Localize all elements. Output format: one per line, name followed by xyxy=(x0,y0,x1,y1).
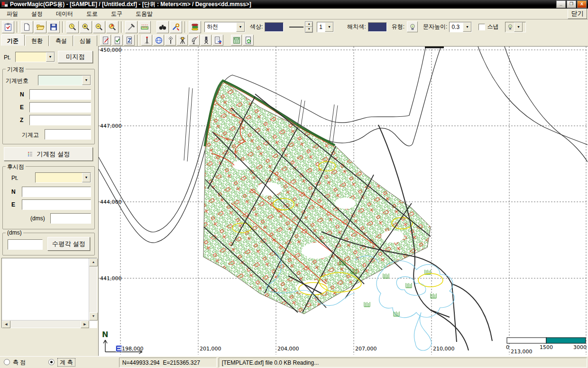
horizontal-scrollbar[interactable]: ◀ ▶ xyxy=(2,320,89,328)
gps-button[interactable] xyxy=(153,35,164,46)
satellite-button[interactable] xyxy=(189,35,200,46)
zoom-out-button[interactable] xyxy=(93,21,105,33)
survey-pole-button[interactable] xyxy=(141,35,152,46)
machine-n-input[interactable] xyxy=(29,89,91,100)
menu-close-button[interactable]: 닫기 xyxy=(568,9,587,19)
backsight-n-input[interactable] xyxy=(22,187,91,197)
x-grid-label: 213,000 xyxy=(511,349,533,355)
reference-panel: Pt. ▼ 미지점 기계점 기계번호 ▼ N E Z 기계고 기계점 설정 후시… xyxy=(0,46,99,355)
refresh-icon xyxy=(244,36,253,45)
zoom-extents-button[interactable] xyxy=(66,21,79,33)
find-button[interactable] xyxy=(156,21,169,33)
hatch-color-swatch[interactable] xyxy=(368,22,387,32)
n-label: N xyxy=(20,91,24,98)
machine-z-input[interactable] xyxy=(29,115,91,125)
elevation-button[interactable] xyxy=(124,35,135,46)
theodolite-button[interactable] xyxy=(201,35,211,46)
line-width-stepper[interactable]: ▲ ▼ xyxy=(305,21,313,33)
backsight-e-input[interactable] xyxy=(22,199,91,210)
vertical-scrollbar[interactable]: ▲ ▼ xyxy=(89,258,97,321)
menu-file[interactable]: 파일 xyxy=(0,9,25,19)
close-button[interactable]: X xyxy=(577,0,587,8)
symbol-type-select[interactable]: ▼ xyxy=(505,22,526,32)
machine-e-input[interactable] xyxy=(29,102,91,113)
chevron-down-icon[interactable]: ▼ xyxy=(82,173,91,182)
scale-end-label: 3000 xyxy=(573,344,587,350)
zoom-window-icon xyxy=(108,23,117,31)
layer-select[interactable]: 하천 ▼ xyxy=(204,22,245,32)
svg-text:N: N xyxy=(102,330,108,339)
tab-stakeout[interactable]: 측설 xyxy=(49,35,73,47)
layers-button[interactable] xyxy=(189,21,201,33)
stepper-up-icon[interactable]: ▲ xyxy=(305,22,312,27)
scroll-right-icon[interactable]: ▶ xyxy=(81,321,89,328)
unknown-point-button[interactable]: 미지점 xyxy=(58,51,93,63)
calculator-button[interactable] xyxy=(231,35,242,46)
ruler-icon xyxy=(140,23,149,31)
task-check-button[interactable] xyxy=(2,21,14,33)
refresh-button[interactable] xyxy=(243,35,254,46)
main-toolbar: 하천 ▼ 색상: ▲ ▼ 1 ▼ 해치색: 유형: 문자높이: 0.3 ▼ 스냅… xyxy=(0,19,588,34)
pt-select[interactable]: ▼ xyxy=(15,52,55,62)
minimize-button[interactable]: _ xyxy=(556,0,566,8)
radio-selected-icon[interactable] xyxy=(48,359,55,365)
dms-group-label: (dms) xyxy=(6,229,23,236)
text-height-select[interactable]: 0.3 ▼ xyxy=(449,22,472,32)
radio-icon[interactable] xyxy=(4,359,10,365)
menu-settings[interactable]: 설정 xyxy=(25,9,49,19)
machine-no-select[interactable]: ▼ xyxy=(38,75,91,85)
edit-drawing-button[interactable] xyxy=(100,35,111,46)
stepper-down-icon[interactable]: ▼ xyxy=(305,27,312,32)
menu-help[interactable]: 도움말 xyxy=(129,9,159,19)
machine-set-button[interactable]: 기계점 설정 xyxy=(4,147,93,161)
horizontal-angle-input[interactable] xyxy=(8,239,43,250)
measure-button[interactable] xyxy=(138,21,151,33)
point-list[interactable]: ▲ ▼ ◀ ▶ xyxy=(1,258,97,328)
snap-checkbox[interactable] xyxy=(478,24,485,30)
chevron-down-icon[interactable]: ▼ xyxy=(236,22,245,32)
chevron-down-icon[interactable]: ▼ xyxy=(463,22,471,32)
export-data-button[interactable] xyxy=(212,35,223,46)
tab-symbol[interactable]: 심볼 xyxy=(74,35,97,47)
backsight-e-label: E xyxy=(11,201,15,208)
menu-road[interactable]: 도로 xyxy=(80,9,104,19)
backsight-pt-select[interactable]: ▼ xyxy=(35,172,91,183)
scroll-up-icon[interactable]: ▲ xyxy=(89,258,98,266)
machine-height-input[interactable] xyxy=(45,129,91,140)
backsight-dms-input[interactable] xyxy=(50,213,91,224)
save-file-button[interactable] xyxy=(47,21,60,33)
document-pencil-icon xyxy=(101,36,110,45)
tab-status[interactable]: 현황 xyxy=(25,35,49,47)
map-canvas[interactable]: 450,000 447,000 444,000 441,000 198,000 … xyxy=(99,47,588,355)
menu-tools[interactable]: 도구 xyxy=(104,9,129,19)
scale-mid-label: 1500 xyxy=(540,344,553,350)
color-swatch[interactable] xyxy=(265,22,284,32)
chevron-down-icon[interactable]: ▼ xyxy=(82,75,91,85)
new-file-button[interactable] xyxy=(21,21,33,33)
snap-label: 스냅 xyxy=(487,23,498,31)
prism-button[interactable] xyxy=(165,35,176,46)
menu-data[interactable]: 데이터 xyxy=(49,9,80,19)
horizontal-angle-button[interactable]: 수평각 설정 xyxy=(47,237,90,251)
options-tools-button[interactable] xyxy=(170,21,182,33)
survey-radio[interactable]: 계 측 xyxy=(48,359,75,367)
total-station-button[interactable] xyxy=(177,35,188,46)
zoom-window-button[interactable] xyxy=(106,21,119,33)
verify-drawing-button[interactable] xyxy=(112,35,123,46)
document-check-icon xyxy=(113,36,122,45)
toolbar-separator xyxy=(137,35,139,46)
pick-tool-button[interactable] xyxy=(125,21,138,33)
open-file-button[interactable] xyxy=(34,21,46,33)
line-width-select[interactable]: 1 ▼ xyxy=(317,22,334,32)
chevron-down-icon[interactable]: ▼ xyxy=(514,22,523,32)
scroll-down-icon[interactable]: ▼ xyxy=(89,312,98,321)
chevron-down-icon[interactable]: ▼ xyxy=(325,22,333,32)
tab-reference[interactable]: 기준 xyxy=(1,34,25,46)
hatch-type-button[interactable] xyxy=(407,21,418,32)
measure-point-radio[interactable]: 측 점 xyxy=(4,359,26,367)
map-viewport[interactable]: 450,000 447,000 444,000 441,000 198,000 … xyxy=(98,46,588,356)
zoom-in-button[interactable] xyxy=(80,21,92,33)
restore-button[interactable]: ❐ xyxy=(567,0,576,8)
scroll-left-icon[interactable]: ◀ xyxy=(2,321,10,328)
chevron-down-icon[interactable]: ▼ xyxy=(46,52,55,62)
